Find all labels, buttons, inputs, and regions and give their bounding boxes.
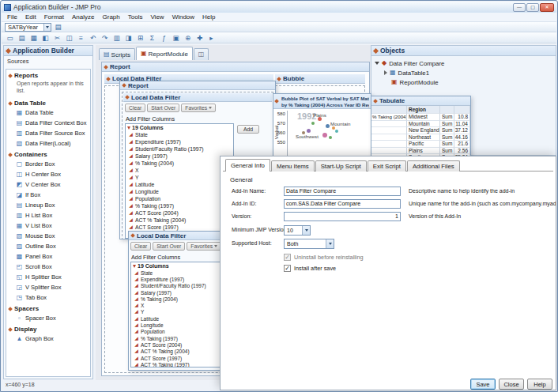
- filter-column-item[interactable]: ◢% Taking (1997): [126, 202, 233, 209]
- sidebar-item[interactable]: ▥H List Box: [6, 210, 90, 220]
- tab-extra[interactable]: ◫: [194, 48, 209, 60]
- tree-node-root[interactable]: ◆ Data Filter Compare: [375, 58, 552, 68]
- sidebar-item[interactable]: ◩V Center Box: [6, 179, 90, 190]
- tab-additional-files[interactable]: Additional Files: [407, 160, 460, 172]
- sidebar-section-display[interactable]: Display: [6, 323, 90, 334]
- clear-button[interactable]: Clear: [125, 104, 145, 112]
- tab-scripts[interactable]: ▤ Scripts: [99, 48, 135, 60]
- bubble-outline-header[interactable]: Bubble: [275, 74, 365, 84]
- sidebar-item[interactable]: ▫Spacer Box: [6, 313, 90, 323]
- sidebar-item[interactable]: ◲V Splitter Box: [6, 282, 90, 292]
- filter-columns-list[interactable]: 19 Columns ◢State◢Expenditure (1997)◢Stu…: [125, 123, 234, 239]
- toolbar-icon[interactable]: ▦: [28, 33, 39, 43]
- sidebar-section-reports[interactable]: Reports: [6, 70, 90, 80]
- addin-id-input[interactable]: com.SAS.Data Filter Compare: [284, 199, 401, 209]
- minimize-button[interactable]: —: [513, 3, 526, 12]
- toolbar-icon[interactable]: ◨: [123, 33, 134, 43]
- menu-item[interactable]: Format: [40, 13, 68, 21]
- tabulate-header[interactable]: Tabulate: [371, 96, 470, 106]
- filter-column-item[interactable]: ◢Latitude: [126, 181, 233, 188]
- menu-item[interactable]: Window: [168, 13, 198, 21]
- toolbar-icon[interactable]: ▤: [53, 22, 63, 32]
- bubble-point[interactable]: [332, 126, 335, 130]
- bubble-point[interactable]: [335, 130, 338, 133]
- uninstall-checkbox[interactable]: ✓: [284, 254, 291, 261]
- menu-item[interactable]: Edit: [21, 13, 40, 21]
- filter-column-item[interactable]: ◢Longitude: [126, 188, 233, 195]
- disclosure-icon[interactable]: [8, 327, 13, 332]
- disclosure-icon[interactable]: [274, 99, 279, 104]
- sidebar-item[interactable]: ▦V List Box: [6, 220, 90, 231]
- bubble-point[interactable]: [326, 124, 330, 128]
- disclosure-icon[interactable]: [6, 47, 11, 53]
- start-over-button[interactable]: Start Over: [153, 242, 185, 251]
- toolbar-icon[interactable]: ✚: [194, 33, 205, 43]
- sidebar-section-spacers[interactable]: Spacers: [6, 303, 90, 313]
- disclosure-icon[interactable]: [8, 153, 13, 157]
- toolbar-icon[interactable]: ↷: [100, 33, 110, 43]
- sidebar-item[interactable]: ◰Scroll Box: [6, 262, 90, 272]
- toolbar-icon[interactable]: ƒ: [159, 33, 169, 43]
- disclosure-icon[interactable]: [8, 101, 13, 106]
- clear-button[interactable]: Clear: [130, 242, 151, 251]
- sidebar-header[interactable]: Application Builder: [4, 46, 92, 56]
- filter-column-item[interactable]: ◢ACT Score (1997): [126, 224, 233, 231]
- tree-node-datatable[interactable]: ▦ DataTable1: [384, 68, 552, 77]
- filter-column-item[interactable]: ◢% Taking (2004): [126, 160, 233, 167]
- addin-name-input[interactable]: Data Filter Compare: [284, 187, 401, 196]
- toolbar-icon[interactable]: ≡: [76, 33, 86, 43]
- min-jmp-version-select[interactable]: 10: [284, 225, 311, 236]
- sidebar-item[interactable]: ▤Lineup Box: [6, 200, 90, 210]
- sidebar-item[interactable]: ◱H Splitter Box: [6, 272, 90, 282]
- toolbar-icon[interactable]: ⊞: [135, 33, 145, 43]
- expander-icon[interactable]: [375, 62, 379, 65]
- toolbar-icon[interactable]: Σ: [147, 33, 157, 43]
- help-button[interactable]: Help: [527, 379, 552, 390]
- filter-column-item[interactable]: ◢Population: [126, 195, 233, 202]
- sidebar-item[interactable]: ▩Panel Box: [6, 251, 90, 262]
- supported-host-select[interactable]: Both: [284, 239, 334, 249]
- sidebar-item[interactable]: ◳Tab Box: [6, 292, 90, 303]
- save-button[interactable]: Save: [470, 379, 496, 390]
- toolbar-icon[interactable]: ↶: [88, 33, 98, 43]
- sidebar-item[interactable]: ▧Data Filter(Local): [6, 138, 90, 149]
- bubble-plot-header[interactable]: Bubble Plot of SAT Verbal by SAT Math Si…: [273, 94, 371, 109]
- toolbar-icon[interactable]: ▸: [206, 33, 217, 43]
- toolbar-icon[interactable]: ▭: [5, 33, 15, 43]
- version-input[interactable]: 1: [284, 212, 401, 221]
- start-over-button[interactable]: Start Over: [147, 104, 179, 112]
- disclosure-icon[interactable]: [122, 83, 126, 88]
- filter-column-item[interactable]: ◢Y: [126, 174, 233, 181]
- disclosure-icon[interactable]: [104, 65, 108, 70]
- maximize-button[interactable]: ▢: [526, 3, 539, 12]
- filter-column-item[interactable]: ◢X: [126, 167, 233, 174]
- sidebar-item[interactable]: ▧Mouse Box: [6, 231, 90, 241]
- bubble-point[interactable]: [329, 136, 332, 139]
- dropdown-arrow[interactable]: [326, 239, 334, 248]
- filter-column-item[interactable]: ◢Expenditure (1997): [126, 138, 233, 145]
- tab-startup-script[interactable]: Start-Up Script: [315, 160, 367, 172]
- sidebar-item[interactable]: ▦Data Table: [6, 107, 90, 118]
- add-button[interactable]: Add: [237, 125, 259, 134]
- disclosure-icon[interactable]: [106, 77, 111, 81]
- disclosure-icon[interactable]: [373, 47, 379, 53]
- install-checkbox[interactable]: ✓: [284, 265, 291, 272]
- toolbar-icon[interactable]: ▤: [17, 33, 27, 43]
- red-triangle-icon[interactable]: [133, 265, 136, 268]
- filter-column-item[interactable]: ◢ACT % Taking (2004): [126, 217, 233, 224]
- local-data-filter-header[interactable]: Local Data Filter: [123, 93, 272, 102]
- tree-node-reportmodule[interactable]: ▣ ReportModule: [391, 77, 552, 87]
- bubble-point[interactable]: [311, 122, 315, 125]
- module-dropdown[interactable]: SATByYear: [5, 23, 51, 32]
- bubble-point[interactable]: [307, 129, 311, 133]
- filter-column-item[interactable]: ◢Salary (1997): [126, 153, 233, 160]
- filter-column-item[interactable]: ◢State: [126, 131, 233, 138]
- sidebar-item[interactable]: ◪If Box: [6, 190, 90, 200]
- toolbar-icon[interactable]: ◧: [40, 33, 51, 43]
- disclosure-icon[interactable]: [125, 95, 130, 100]
- toolbar-icon[interactable]: ◫: [64, 33, 74, 43]
- red-triangle-icon[interactable]: [127, 126, 130, 130]
- filter-column-item[interactable]: ◢Student/Faculty Ratio (1997): [126, 145, 233, 153]
- sidebar-section-containers[interactable]: Containers: [6, 149, 90, 159]
- menu-item[interactable]: Tools: [124, 13, 147, 21]
